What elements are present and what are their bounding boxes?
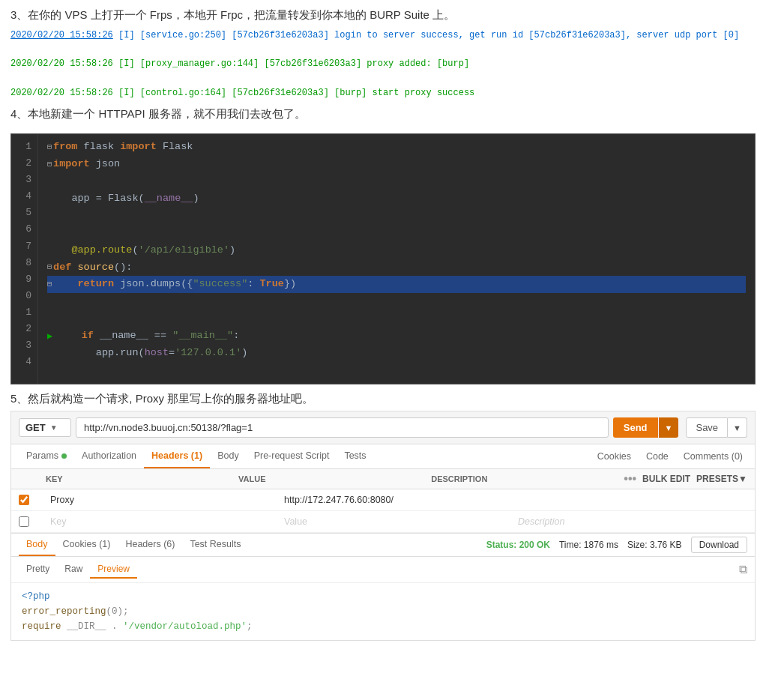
response-code: <?php error_reporting(0); require __DIR_…: [11, 583, 755, 640]
request-tabs: Params Authorization Headers (1) Body Pr…: [11, 444, 755, 469]
url-bar: GET ▼ Send ▼ Save ▼: [11, 411, 755, 444]
response-tab-headers[interactable]: Headers (6): [118, 534, 182, 556]
row2-checkbox[interactable]: [19, 516, 29, 527]
value-col-header: VALUE: [238, 474, 431, 483]
row1-checkbox[interactable]: [19, 495, 29, 505]
code-line-require: require __DIR__ . '/vendor/autoload.php'…: [22, 619, 744, 634]
tab-body[interactable]: Body: [210, 444, 247, 468]
authorization-label: Authorization: [82, 450, 136, 461]
code-line-3: [47, 173, 746, 190]
code-content: ⊟ from flask import Flask ⊟ import json …: [38, 134, 755, 384]
code-line-14: [47, 362, 746, 379]
code-line-8: ⊟ def source():: [47, 259, 746, 277]
response-tab-cookies[interactable]: Cookies (1): [55, 534, 118, 556]
tab-tests[interactable]: Tests: [337, 444, 373, 468]
code-line-6: [47, 225, 746, 242]
table-row: Key Value Description: [11, 511, 755, 533]
response-status-bar: Status: 200 OK Time: 1876 ms Size: 3.76 …: [486, 537, 747, 553]
table-row: Proxy http://172.247.76.60:8080/: [11, 489, 755, 511]
desc-col-header: DESCRIPTION: [431, 474, 624, 483]
presets-button[interactable]: Presets ▼: [696, 474, 747, 484]
step4-heading: 4、本地新建一个 HTTPAPI 服务器，就不用我们去改包了。: [10, 105, 756, 123]
tab-comments[interactable]: Comments (0): [679, 445, 747, 468]
step3-heading: 3、在你的 VPS 上打开一个 Frps，本地开 Frpc，把流量转发到你本地的…: [10, 6, 756, 24]
desc-placeholder[interactable]: Description: [513, 514, 747, 529]
presets-chevron-icon: ▼: [738, 474, 747, 484]
response-tab-body[interactable]: Body: [19, 534, 55, 556]
send-button[interactable]: Send: [613, 417, 658, 438]
body-tab-pretty[interactable]: Pretty: [19, 561, 57, 579]
tab-cookies[interactable]: Cookies: [593, 445, 636, 468]
headers-label: Headers (1): [151, 450, 202, 461]
send-dropdown-button[interactable]: ▼: [659, 417, 679, 438]
article-section: 3、在你的 VPS 上打开一个 Frps，本地开 Frpc，把流量转发到你本地的…: [0, 0, 766, 133]
response-tabs: Body Cookies (1) Headers (6) Test Result…: [11, 534, 755, 557]
tab-authorization[interactable]: Authorization: [74, 444, 144, 468]
save-button-group: Save ▼: [686, 417, 747, 438]
response-body-tabs: Pretty Raw Preview ⧉: [11, 557, 755, 583]
body-tab-preview[interactable]: Preview: [90, 561, 137, 579]
method-value: GET: [25, 422, 46, 433]
code-line-13: app.run(host='127.0.0.1'): [47, 345, 746, 362]
code-line-1: ⊟ from flask import Flask: [47, 139, 746, 156]
log-line-2: 2020/02/20 15:58:26 [I] [proxy_manager.g…: [10, 57, 756, 71]
right-tabs: Cookies Code Comments (0): [593, 445, 747, 468]
log-block: 2020/02/20 15:58:26 [I] [service.go:250]…: [10, 28, 756, 100]
table-header-actions: ••• Bulk Edit Presets ▼: [624, 472, 747, 486]
tab-code[interactable]: Code: [642, 445, 673, 468]
code-line-9: ⊟ return json.dumps({"success": True}): [47, 276, 746, 293]
tab-prerequest[interactable]: Pre-request Script: [247, 444, 337, 468]
code-editor: 1 2 3 4 5 6 7 8 9 0 1 2 3 4 ⊟ from flask…: [10, 133, 756, 384]
log-link[interactable]: 2020/02/20 15:58:26: [10, 30, 113, 40]
code-line-4: app = Flask(__name__): [47, 190, 746, 208]
proxy-desc-cell[interactable]: [513, 498, 747, 502]
code-line-error-reporting: error_reporting(0);: [22, 604, 744, 619]
table-header: KEY VALUE DESCRIPTION ••• Bulk Edit Pres…: [11, 469, 755, 489]
value-placeholder[interactable]: Value: [280, 514, 513, 529]
method-chevron-icon: ▼: [50, 423, 58, 432]
more-options-icon[interactable]: •••: [624, 472, 636, 486]
tab-params[interactable]: Params: [19, 444, 74, 468]
key-placeholder[interactable]: Key: [46, 514, 280, 529]
prerequest-label: Pre-request Script: [254, 450, 330, 461]
params-label: Params: [26, 450, 58, 461]
bulk-edit-button[interactable]: Bulk Edit: [642, 474, 690, 484]
status-badge: Status: 200 OK: [486, 540, 550, 550]
run-icon[interactable]: ▶: [47, 329, 52, 344]
tests-label: Tests: [344, 450, 366, 461]
response-time: Time: 1876 ms: [559, 540, 618, 550]
save-button[interactable]: Save: [686, 417, 728, 438]
code-line-12: ▶ if __name__ == "__main__":: [47, 328, 746, 345]
code-line-5: [47, 208, 746, 225]
body-label: Body: [217, 450, 239, 461]
response-tab-testresults[interactable]: Test Results: [182, 534, 248, 556]
tab-headers[interactable]: Headers (1): [144, 444, 210, 468]
body-tab-raw[interactable]: Raw: [57, 561, 90, 579]
proxy-value-cell[interactable]: http://172.247.76.60:8080/: [280, 492, 513, 507]
step5-heading: 5、然后就构造一个请求, Proxy 那里写上你的服务器地址吧。: [0, 384, 766, 411]
checkbox-cell-1: [19, 495, 46, 505]
proxy-key-cell[interactable]: Proxy: [46, 492, 280, 507]
key-col-header: KEY: [46, 474, 238, 483]
log-line-3: 2020/02/20 15:58:26 [I] [control.go:164]…: [10, 86, 756, 100]
copy-icon[interactable]: ⧉: [739, 563, 747, 576]
code-line-10: [47, 293, 746, 310]
response-size: Size: 3.76 KB: [627, 540, 682, 550]
postman-container: GET ▼ Send ▼ Save ▼ Params Authorization…: [10, 411, 756, 641]
code-line-11: [47, 310, 746, 328]
code-line-2: ⊟ import json: [47, 156, 746, 173]
code-line-7: @app.route('/api/eligible'): [47, 242, 746, 259]
download-button[interactable]: Download: [691, 537, 747, 553]
send-button-group: Send ▼: [613, 417, 679, 438]
line-numbers: 1 2 3 4 5 6 7 8 9 0 1 2 3 4: [11, 134, 38, 384]
params-dot: [61, 453, 67, 459]
checkbox-cell-2: [19, 516, 46, 527]
code-line-php-tag: <?php: [22, 589, 744, 604]
log-line-1: 2020/02/20 15:58:26 [I] [service.go:250]…: [10, 28, 756, 43]
method-select[interactable]: GET ▼: [19, 418, 71, 437]
save-dropdown-button[interactable]: ▼: [728, 417, 747, 438]
url-input[interactable]: [76, 417, 609, 438]
response-section: Body Cookies (1) Headers (6) Test Result…: [11, 533, 755, 640]
